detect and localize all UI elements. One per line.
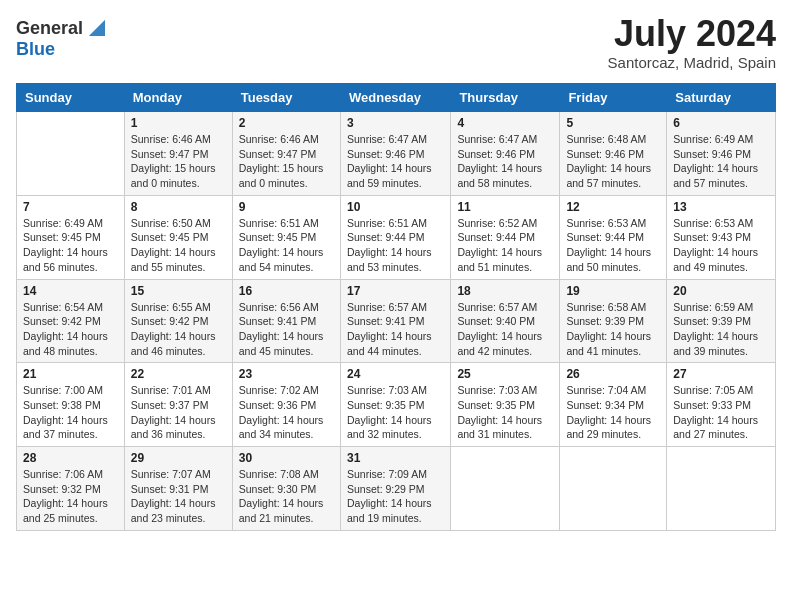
calendar-cell: 1Sunrise: 6:46 AMSunset: 9:47 PMDaylight… bbox=[124, 112, 232, 196]
calendar-cell: 25Sunrise: 7:03 AMSunset: 9:35 PMDayligh… bbox=[451, 363, 560, 447]
header-day-wednesday: Wednesday bbox=[340, 84, 450, 112]
day-detail: Sunrise: 6:52 AMSunset: 9:44 PMDaylight:… bbox=[457, 216, 553, 275]
calendar-cell: 2Sunrise: 6:46 AMSunset: 9:47 PMDaylight… bbox=[232, 112, 340, 196]
day-detail: Sunrise: 6:56 AMSunset: 9:41 PMDaylight:… bbox=[239, 300, 334, 359]
day-detail: Sunrise: 7:07 AMSunset: 9:31 PMDaylight:… bbox=[131, 467, 226, 526]
day-number: 27 bbox=[673, 367, 769, 381]
logo-general: General bbox=[16, 19, 83, 37]
calendar-cell bbox=[560, 447, 667, 531]
header-day-sunday: Sunday bbox=[17, 84, 125, 112]
day-detail: Sunrise: 6:51 AMSunset: 9:45 PMDaylight:… bbox=[239, 216, 334, 275]
day-number: 4 bbox=[457, 116, 553, 130]
calendar-cell: 27Sunrise: 7:05 AMSunset: 9:33 PMDayligh… bbox=[667, 363, 776, 447]
day-number: 2 bbox=[239, 116, 334, 130]
header-day-monday: Monday bbox=[124, 84, 232, 112]
day-number: 8 bbox=[131, 200, 226, 214]
day-number: 9 bbox=[239, 200, 334, 214]
day-detail: Sunrise: 6:49 AMSunset: 9:46 PMDaylight:… bbox=[673, 132, 769, 191]
day-detail: Sunrise: 6:53 AMSunset: 9:43 PMDaylight:… bbox=[673, 216, 769, 275]
calendar-cell: 14Sunrise: 6:54 AMSunset: 9:42 PMDayligh… bbox=[17, 279, 125, 363]
day-detail: Sunrise: 6:48 AMSunset: 9:46 PMDaylight:… bbox=[566, 132, 660, 191]
calendar-week-row: 14Sunrise: 6:54 AMSunset: 9:42 PMDayligh… bbox=[17, 279, 776, 363]
calendar-cell: 29Sunrise: 7:07 AMSunset: 9:31 PMDayligh… bbox=[124, 447, 232, 531]
calendar-week-row: 1Sunrise: 6:46 AMSunset: 9:47 PMDaylight… bbox=[17, 112, 776, 196]
calendar-cell: 26Sunrise: 7:04 AMSunset: 9:34 PMDayligh… bbox=[560, 363, 667, 447]
calendar-cell bbox=[667, 447, 776, 531]
day-number: 14 bbox=[23, 284, 118, 298]
day-detail: Sunrise: 6:59 AMSunset: 9:39 PMDaylight:… bbox=[673, 300, 769, 359]
calendar-cell: 10Sunrise: 6:51 AMSunset: 9:44 PMDayligh… bbox=[340, 195, 450, 279]
day-number: 22 bbox=[131, 367, 226, 381]
logo-icon bbox=[85, 16, 109, 40]
calendar-cell: 23Sunrise: 7:02 AMSunset: 9:36 PMDayligh… bbox=[232, 363, 340, 447]
day-number: 7 bbox=[23, 200, 118, 214]
day-detail: Sunrise: 6:47 AMSunset: 9:46 PMDaylight:… bbox=[347, 132, 444, 191]
header-day-friday: Friday bbox=[560, 84, 667, 112]
day-number: 20 bbox=[673, 284, 769, 298]
calendar-cell: 22Sunrise: 7:01 AMSunset: 9:37 PMDayligh… bbox=[124, 363, 232, 447]
day-number: 12 bbox=[566, 200, 660, 214]
month-title: July 2024 bbox=[608, 16, 776, 52]
day-detail: Sunrise: 6:57 AMSunset: 9:40 PMDaylight:… bbox=[457, 300, 553, 359]
day-number: 5 bbox=[566, 116, 660, 130]
day-detail: Sunrise: 6:54 AMSunset: 9:42 PMDaylight:… bbox=[23, 300, 118, 359]
day-detail: Sunrise: 6:46 AMSunset: 9:47 PMDaylight:… bbox=[131, 132, 226, 191]
day-number: 10 bbox=[347, 200, 444, 214]
calendar-week-row: 28Sunrise: 7:06 AMSunset: 9:32 PMDayligh… bbox=[17, 447, 776, 531]
day-number: 28 bbox=[23, 451, 118, 465]
day-number: 21 bbox=[23, 367, 118, 381]
calendar-week-row: 7Sunrise: 6:49 AMSunset: 9:45 PMDaylight… bbox=[17, 195, 776, 279]
day-number: 6 bbox=[673, 116, 769, 130]
calendar-cell: 15Sunrise: 6:55 AMSunset: 9:42 PMDayligh… bbox=[124, 279, 232, 363]
calendar-cell: 28Sunrise: 7:06 AMSunset: 9:32 PMDayligh… bbox=[17, 447, 125, 531]
calendar-cell bbox=[17, 112, 125, 196]
day-detail: Sunrise: 7:08 AMSunset: 9:30 PMDaylight:… bbox=[239, 467, 334, 526]
location-subtitle: Santorcaz, Madrid, Spain bbox=[608, 54, 776, 71]
day-number: 26 bbox=[566, 367, 660, 381]
calendar-table: SundayMondayTuesdayWednesdayThursdayFrid… bbox=[16, 83, 776, 531]
logo: General Blue bbox=[16, 16, 109, 58]
calendar-cell: 12Sunrise: 6:53 AMSunset: 9:44 PMDayligh… bbox=[560, 195, 667, 279]
logo-blue: Blue bbox=[16, 40, 109, 58]
day-number: 3 bbox=[347, 116, 444, 130]
header-day-saturday: Saturday bbox=[667, 84, 776, 112]
svg-marker-1 bbox=[89, 20, 105, 36]
day-number: 31 bbox=[347, 451, 444, 465]
calendar-cell: 11Sunrise: 6:52 AMSunset: 9:44 PMDayligh… bbox=[451, 195, 560, 279]
day-number: 18 bbox=[457, 284, 553, 298]
day-detail: Sunrise: 7:02 AMSunset: 9:36 PMDaylight:… bbox=[239, 383, 334, 442]
day-detail: Sunrise: 7:09 AMSunset: 9:29 PMDaylight:… bbox=[347, 467, 444, 526]
day-number: 17 bbox=[347, 284, 444, 298]
calendar-cell: 4Sunrise: 6:47 AMSunset: 9:46 PMDaylight… bbox=[451, 112, 560, 196]
day-number: 15 bbox=[131, 284, 226, 298]
day-detail: Sunrise: 6:47 AMSunset: 9:46 PMDaylight:… bbox=[457, 132, 553, 191]
day-detail: Sunrise: 6:51 AMSunset: 9:44 PMDaylight:… bbox=[347, 216, 444, 275]
calendar-cell: 21Sunrise: 7:00 AMSunset: 9:38 PMDayligh… bbox=[17, 363, 125, 447]
day-detail: Sunrise: 6:55 AMSunset: 9:42 PMDaylight:… bbox=[131, 300, 226, 359]
calendar-cell: 18Sunrise: 6:57 AMSunset: 9:40 PMDayligh… bbox=[451, 279, 560, 363]
day-detail: Sunrise: 6:46 AMSunset: 9:47 PMDaylight:… bbox=[239, 132, 334, 191]
day-detail: Sunrise: 7:03 AMSunset: 9:35 PMDaylight:… bbox=[457, 383, 553, 442]
day-number: 1 bbox=[131, 116, 226, 130]
day-detail: Sunrise: 6:58 AMSunset: 9:39 PMDaylight:… bbox=[566, 300, 660, 359]
calendar-cell: 19Sunrise: 6:58 AMSunset: 9:39 PMDayligh… bbox=[560, 279, 667, 363]
day-number: 11 bbox=[457, 200, 553, 214]
title-block: July 2024 Santorcaz, Madrid, Spain bbox=[608, 16, 776, 71]
calendar-cell: 24Sunrise: 7:03 AMSunset: 9:35 PMDayligh… bbox=[340, 363, 450, 447]
calendar-cell: 20Sunrise: 6:59 AMSunset: 9:39 PMDayligh… bbox=[667, 279, 776, 363]
header-day-tuesday: Tuesday bbox=[232, 84, 340, 112]
day-number: 25 bbox=[457, 367, 553, 381]
day-number: 29 bbox=[131, 451, 226, 465]
calendar-cell: 5Sunrise: 6:48 AMSunset: 9:46 PMDaylight… bbox=[560, 112, 667, 196]
header-day-thursday: Thursday bbox=[451, 84, 560, 112]
day-detail: Sunrise: 6:49 AMSunset: 9:45 PMDaylight:… bbox=[23, 216, 118, 275]
day-number: 16 bbox=[239, 284, 334, 298]
calendar-cell: 13Sunrise: 6:53 AMSunset: 9:43 PMDayligh… bbox=[667, 195, 776, 279]
calendar-cell: 16Sunrise: 6:56 AMSunset: 9:41 PMDayligh… bbox=[232, 279, 340, 363]
calendar-cell bbox=[451, 447, 560, 531]
calendar-cell: 6Sunrise: 6:49 AMSunset: 9:46 PMDaylight… bbox=[667, 112, 776, 196]
day-detail: Sunrise: 6:57 AMSunset: 9:41 PMDaylight:… bbox=[347, 300, 444, 359]
calendar-cell: 17Sunrise: 6:57 AMSunset: 9:41 PMDayligh… bbox=[340, 279, 450, 363]
day-number: 23 bbox=[239, 367, 334, 381]
calendar-cell: 9Sunrise: 6:51 AMSunset: 9:45 PMDaylight… bbox=[232, 195, 340, 279]
